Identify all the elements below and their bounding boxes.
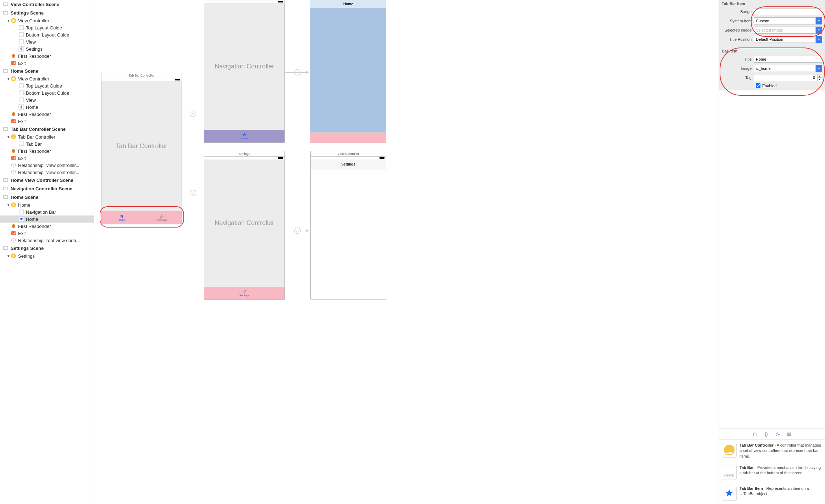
tab-bar[interactable]: Home Settings	[101, 211, 182, 224]
segue-icon[interactable]: ◇	[190, 111, 196, 117]
library-tab-objects-icon[interactable]: ◎	[775, 431, 781, 437]
tab-bar[interactable]: Home	[204, 130, 284, 142]
outline-item[interactable]: Relationship "view controller...	[0, 162, 94, 169]
title-input[interactable]	[754, 56, 822, 63]
object-library[interactable]: Tab Bar Controller - A controller that m…	[719, 440, 825, 504]
scene-nav-controller-home[interactable]: Navigation Controller Home	[204, 0, 285, 143]
scene-placeholder-label: Tab Bar Controller	[101, 81, 182, 211]
selected-image-select[interactable]	[754, 27, 816, 34]
library-tab-media-icon[interactable]: ▦	[786, 431, 792, 437]
outline-item[interactable]: Home	[0, 103, 94, 111]
storyboard-canvas[interactable]: Tab Bar Controller Tab Bar Controller Ho…	[94, 0, 719, 504]
disclosure-triangle-icon[interactable]: ▼	[6, 77, 11, 81]
tabbar-icon	[18, 141, 24, 147]
outline-item[interactable]: Exit	[0, 118, 94, 125]
outline-item[interactable]: First Responder	[0, 52, 94, 60]
scene-title-label: Navigation Controller Scene	[11, 186, 72, 191]
cube-icon	[11, 148, 16, 154]
svg-rect-41	[4, 247, 7, 249]
scene-tabbar-controller[interactable]: Tab Bar Controller Tab Bar Controller Ho…	[101, 73, 182, 224]
status-bar	[204, 157, 284, 159]
outline-item[interactable]: ▼View Controller	[0, 17, 94, 24]
tab-home[interactable]: Home	[101, 212, 142, 224]
document-outline-panel[interactable]: View Controller SceneSettings Scene▼View…	[0, 0, 94, 504]
scene-home-vc[interactable]: Home	[310, 0, 386, 143]
dropdown-arrow-icon[interactable]: ▼	[816, 17, 822, 24]
outline-item[interactable]: Home	[0, 215, 94, 223]
segue-icon[interactable]: ◇	[190, 190, 196, 196]
outline-item[interactable]: Top Layout Guide	[0, 82, 94, 89]
scene-nav-controller-settings[interactable]: Settings Navigation Controller Settings	[204, 151, 285, 300]
library-tab-code-icon[interactable]: {}	[763, 431, 770, 437]
disclosure-triangle-icon[interactable]: ▼	[6, 254, 11, 258]
outline-item[interactable]: First Responder	[0, 111, 94, 118]
library-tab-bar: ▢ {} ◎ ▦	[719, 429, 825, 440]
tabvc-icon	[11, 134, 16, 140]
outline-item[interactable]: ▼View Controller	[0, 75, 94, 82]
home-icon	[242, 133, 247, 137]
disclosure-triangle-icon[interactable]: ▼	[6, 135, 11, 139]
image-label: Image	[722, 66, 754, 71]
scene-header[interactable]: Home View Controller Scene	[0, 176, 94, 184]
outline-item[interactable]: Bottom Layout Guide	[0, 31, 94, 38]
dropdown-arrow-icon[interactable]: ▼	[816, 27, 822, 34]
cube-icon	[11, 111, 16, 117]
outline-item[interactable]: Relationship "root view contr...	[0, 237, 94, 244]
scene-view-controller[interactable]: View Controller Settings	[310, 151, 386, 300]
segue-icon	[11, 162, 16, 168]
title-position-select[interactable]	[754, 36, 816, 43]
nav-bar: Settings	[311, 159, 386, 169]
outline-item[interactable]: Bottom Layout Guide	[0, 89, 94, 96]
disclosure-triangle-icon[interactable]: ▼	[6, 203, 11, 207]
outline-item[interactable]: Exit	[0, 60, 94, 67]
library-item[interactable]: Tab Bar - Provides a mechanism for displ…	[719, 462, 825, 483]
enabled-checkbox[interactable]	[756, 83, 760, 88]
outline-item[interactable]: Exit	[0, 230, 94, 237]
tab-bar[interactable]: Settings	[204, 287, 284, 299]
outline-item[interactable]: ▼Home	[0, 201, 94, 208]
system-item-label: System Item	[722, 19, 754, 23]
library-item[interactable]: Tab Bar Item - Represents an item on a U…	[719, 483, 825, 504]
vc-icon	[11, 76, 16, 82]
tag-input[interactable]	[754, 74, 817, 81]
outline-item-label: Exit	[18, 61, 26, 66]
tag-stepper[interactable]: ▲▼	[817, 74, 822, 81]
svg-rect-30	[4, 179, 7, 181]
image-select[interactable]	[754, 65, 816, 72]
outline-item[interactable]: Relationship "view controller...	[0, 169, 94, 176]
outline-item[interactable]: View	[0, 96, 94, 103]
tab-settings[interactable]: Settings	[204, 287, 284, 299]
outline-item[interactable]: ▼Tab Bar Controller	[0, 133, 94, 140]
scene-header[interactable]: Settings Scene	[0, 244, 94, 252]
tab-settings[interactable]: Settings	[142, 212, 182, 224]
scene-header[interactable]: Tab Bar Controller Scene	[0, 125, 94, 133]
scene-header[interactable]: Home Scene	[0, 67, 94, 75]
svg-rect-18	[19, 105, 24, 110]
svg-rect-5	[12, 19, 15, 22]
outline-item[interactable]: View	[0, 38, 94, 45]
tab-home[interactable]: Home	[204, 130, 284, 142]
disclosure-triangle-icon[interactable]: ▼	[6, 19, 11, 23]
scene-title: View Controller	[311, 151, 386, 157]
dropdown-arrow-icon[interactable]: ▼	[816, 65, 822, 72]
system-item-select[interactable]	[754, 17, 816, 24]
scene-header[interactable]: Navigation Controller Scene	[0, 184, 94, 193]
scene-header[interactable]: Settings Scene	[0, 9, 94, 17]
outline-item[interactable]: First Responder	[0, 147, 94, 155]
library-item[interactable]: Tab Bar Controller - A controller that m…	[719, 440, 825, 462]
outline-item[interactable]: Exit	[0, 155, 94, 162]
section-title-baritem: Bar Item	[719, 47, 825, 55]
dropdown-arrow-icon[interactable]: ▼	[816, 36, 822, 43]
outline-item[interactable]: Top Layout Guide	[0, 24, 94, 31]
outline-item[interactable]: First Responder	[0, 223, 94, 230]
scene-header[interactable]: Home Scene	[0, 193, 94, 201]
guide-icon	[18, 39, 24, 45]
outline-item[interactable]: Tab Bar	[0, 140, 94, 147]
scene-header[interactable]: View Controller Scene	[0, 0, 94, 9]
library-tab-file-icon[interactable]: ▢	[752, 431, 758, 437]
outline-item[interactable]: ▼Settings	[0, 252, 94, 259]
svg-rect-34	[4, 196, 7, 198]
outline-item[interactable]: Settings	[0, 45, 94, 52]
badge-input[interactable]	[754, 8, 822, 15]
outline-item[interactable]: Navigation Bar	[0, 208, 94, 215]
